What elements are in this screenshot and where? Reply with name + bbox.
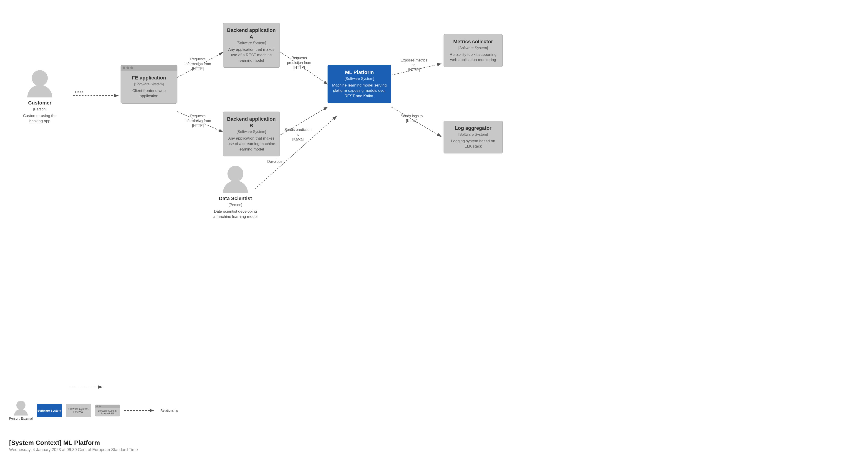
data-scientist-icon xyxy=(212,166,258,193)
ml-platform-title: ML Platform xyxy=(331,69,388,76)
legend-person-external: Person, External xyxy=(9,401,33,420)
legend-external-box-label: Software System,External xyxy=(67,407,89,414)
fe-title: FE application xyxy=(124,75,174,81)
fe-application-node: FE application [Software System] Client … xyxy=(121,65,178,104)
backend-a-type: [Software System] xyxy=(226,41,276,45)
log-desc: Logging system based on ELK stack xyxy=(447,138,499,149)
window-dot-3 xyxy=(130,66,133,69)
footer-title: [System Context] ML Platform xyxy=(9,439,138,447)
customer-node: Customer [Person] Customer using the ban… xyxy=(14,66,66,128)
svg-line-7 xyxy=(391,107,441,137)
customer-icon xyxy=(17,70,63,97)
footer: [System Context] ML Platform Wednesday, … xyxy=(9,439,138,452)
data-scientist-desc: Data scientist developing a machine lear… xyxy=(212,209,258,220)
legend: Person, External Software System Softwar… xyxy=(9,401,178,420)
arrow-label-fe-backend-a: Requestsinformation from[HTTP] xyxy=(180,57,216,71)
legend-software-system: Software System xyxy=(37,404,62,417)
diagram-canvas: Customer [Person] Customer using the ban… xyxy=(0,0,868,459)
backend-b-title: Backend application B xyxy=(226,116,276,129)
ml-platform-type: [Software System] xyxy=(331,77,388,81)
ml-platform-node: ML Platform [Software System] Machine le… xyxy=(328,65,391,103)
metrics-desc: Reliability toolkit supporting web appli… xyxy=(447,52,499,63)
fe-type: [Software System] xyxy=(124,82,174,86)
customer-title: Customer xyxy=(17,100,63,106)
arrow-label-uses: Uses xyxy=(75,90,83,95)
data-scientist-type: [Person] xyxy=(212,203,258,207)
data-scientist-title: Data Scientist xyxy=(212,195,258,202)
svg-line-2 xyxy=(178,52,223,78)
svg-line-5 xyxy=(278,107,328,137)
arrow-label-develops: Develops xyxy=(267,160,282,164)
backend-b-desc: Any application that makes use of a stre… xyxy=(226,136,276,152)
log-title: Log aggregator xyxy=(447,125,499,132)
backend-b-type: [Software System] xyxy=(226,130,276,134)
window-dot-2 xyxy=(126,66,129,69)
svg-line-6 xyxy=(391,64,441,75)
window-dot-1 xyxy=(123,66,125,69)
fe-window-chrome xyxy=(121,65,177,70)
metrics-type: [Software System] xyxy=(447,46,499,50)
ml-platform-desc: Machine learning model serving platform … xyxy=(331,83,388,99)
fe-desc: Client frontend web application xyxy=(124,88,174,99)
legend-person-label: Person, External xyxy=(9,417,33,420)
metrics-title: Metrics collector xyxy=(447,38,499,45)
customer-type: [Person] xyxy=(17,107,63,111)
arrow-label-backend-a-ml: Requestsprediction from[HTTP] xyxy=(280,56,318,70)
arrow-label-fe-backend-b: Requestsinformation from[HTTP] xyxy=(180,114,216,128)
data-scientist-node: Data Scientist [Person] Data scientist d… xyxy=(209,162,261,224)
backend-b-node: Backend application B [Software System] … xyxy=(223,112,280,156)
legend-relationship-label: Relationship xyxy=(161,409,178,412)
backend-a-desc: Any application that makes use of a REST… xyxy=(226,47,276,63)
arrow-label-ml-metrics: Exposes metricsto[HTTP] xyxy=(396,58,432,72)
backend-a-title: Backend application A xyxy=(226,27,276,40)
arrow-label-ml-logs: Sends logs to[Kafka] xyxy=(396,114,428,123)
legend-software-system-fe: Software System,External, FE xyxy=(95,405,120,417)
backend-a-node: Backend application A [Software System] … xyxy=(223,23,280,68)
legend-software-system-box-label: Software System xyxy=(37,409,61,412)
footer-subtitle: Wednesday, 4 January 2023 at 09:30 Centr… xyxy=(9,448,138,452)
fe-window-body: FE application [Software System] Client … xyxy=(121,70,177,103)
metrics-collector-node: Metrics collector [Software System] Reli… xyxy=(443,34,503,67)
svg-line-4 xyxy=(278,50,328,84)
log-aggregator-node: Log aggregator [Software System] Logging… xyxy=(443,121,503,153)
log-type: [Software System] xyxy=(447,133,499,137)
svg-line-3 xyxy=(178,112,223,132)
customer-desc: Customer using the banking app xyxy=(17,113,63,124)
legend-software-system-external: Software System,External xyxy=(66,404,91,417)
legend-relationship: Relationship xyxy=(124,408,178,413)
arrow-label-backend-b-ml: Sends predictionto[Kafka] xyxy=(280,127,316,142)
